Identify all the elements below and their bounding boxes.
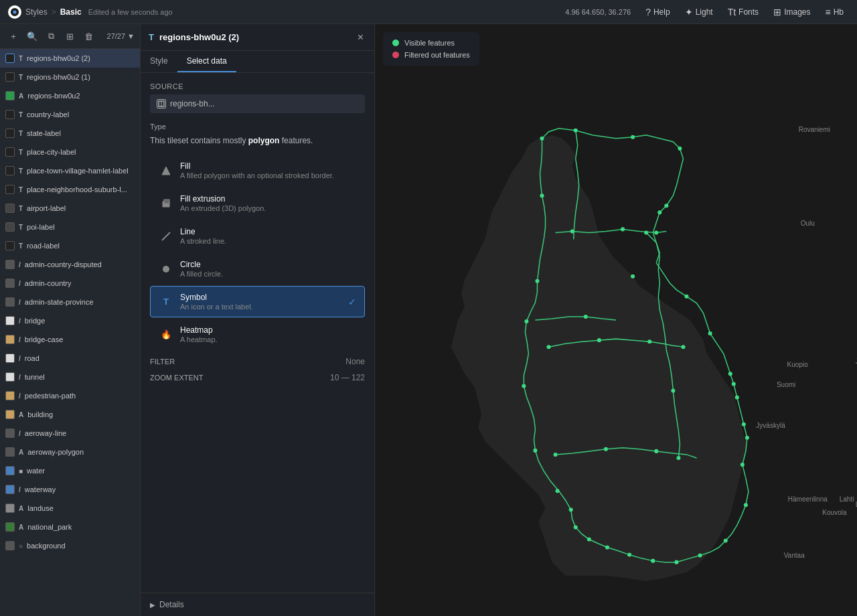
layer-item-landuse[interactable]: A landuse	[0, 499, 140, 518]
layer-name: tunnel	[25, 373, 45, 381]
layer-swatch	[5, 166, 15, 175]
layer-item-regions-bnw0u2[interactable]: A regions-bnw0u2	[0, 86, 140, 105]
layer-name: place-city-label	[27, 148, 76, 156]
search-layer-button[interactable]: 🔍	[24, 28, 40, 44]
layer-swatch	[5, 541, 15, 550]
layer-item-place-city-label[interactable]: T place-city-label	[0, 143, 140, 161]
svg-point-22	[651, 559, 655, 563]
help-button[interactable]: ? Help	[640, 4, 675, 20]
layer-item-pedestrian-path[interactable]: / pedestrian-path	[0, 386, 140, 405]
light-label: Light	[696, 7, 713, 17]
type-option-symbol[interactable]: T Symbol An icon or a text label. ✓	[150, 286, 365, 317]
map-svg: Rovaniemi Oulu Kuopio Suomi Joensuu Jyvä…	[375, 24, 857, 616]
svg-point-44	[584, 315, 588, 319]
tab-select-data[interactable]: Select data	[177, 51, 236, 72]
tab-style[interactable]: Style	[141, 51, 177, 72]
svg-point-19	[724, 538, 728, 542]
layer-item-national_park[interactable]: A national_park	[0, 518, 140, 536]
images-button[interactable]: ⊞ Images	[768, 4, 815, 20]
type-option-circle[interactable]: Circle A filled circle.	[150, 253, 365, 285]
layer-item-tunnel[interactable]: / tunnel	[0, 368, 140, 386]
svg-point-36	[547, 345, 551, 349]
layer-item-background[interactable]: ○ background	[0, 536, 140, 555]
layer-name: state-label	[27, 129, 61, 137]
layer-item-regions-bhw0u2-1[interactable]: T regions-bhw0u2 (1)	[0, 68, 140, 86]
layer-item-waterway[interactable]: / waterway	[0, 480, 140, 499]
details-label: Details	[159, 600, 184, 609]
layer-item-road-label[interactable]: T road-label	[0, 236, 140, 255]
svg-point-42	[654, 449, 658, 453]
group-layer-button[interactable]: ⊞	[62, 28, 78, 44]
layer-swatch	[5, 504, 15, 513]
light-button[interactable]: ✦ Light	[680, 4, 718, 20]
layer-count: 27/27 ▼	[107, 32, 135, 40]
type-option-line[interactable]: Line A stroked line.	[150, 220, 365, 252]
svg-point-21	[674, 560, 678, 564]
layer-item-admin-country-disputed[interactable]: / admin-country-disputed	[0, 255, 140, 274]
map-area[interactable]: Visible features Filtered out features	[375, 24, 857, 616]
type-info-heatmap: Heatmap A heatmap.	[180, 325, 356, 343]
source-box[interactable]: regions-bh...	[150, 94, 365, 113]
close-editor-button[interactable]: ×	[355, 31, 366, 44]
svg-line-7	[162, 232, 170, 240]
layer-type-icon: /	[19, 280, 21, 287]
layer-item-airport-label[interactable]: T airport-label	[0, 199, 140, 218]
layer-name: building	[27, 410, 53, 418]
layer-item-building[interactable]: A building	[0, 405, 140, 424]
help-icon: ?	[645, 7, 651, 17]
layer-item-aeroway-line[interactable]: / aeroway-line	[0, 424, 140, 443]
layer-swatch	[5, 279, 15, 288]
layer-item-bridge-case[interactable]: / bridge-case	[0, 330, 140, 349]
layer-type-icon: T	[19, 205, 23, 212]
layer-item-aeroway-polygon[interactable]: A aeroway-polygon	[0, 443, 140, 461]
editor-header: T regions-bhw0u2 (2) ×	[141, 24, 374, 51]
layer-item-regions-bhw0u2-2[interactable]: T regions-bhw0u2 (2)	[0, 49, 140, 68]
type-polygon-bold: polygon	[248, 136, 280, 145]
map-coordinates: 4.96 64.650, 36.276	[565, 8, 631, 16]
layer-type-icon: /	[19, 261, 21, 268]
type-option-fill-extrusion[interactable]: Fill extrusion An extruded (3D) polygon.	[150, 187, 365, 219]
type-desc-circle: A filled circle.	[180, 270, 356, 278]
layer-item-water[interactable]: ■ water	[0, 461, 140, 480]
type-icon-heatmap: 🔥	[159, 327, 173, 342]
fonts-button[interactable]: Tt Fonts	[722, 4, 764, 20]
layer-type-icon: T	[19, 242, 23, 250]
layer-item-state-label[interactable]: T state-label	[0, 124, 140, 143]
layer-type-icon: T	[19, 55, 23, 62]
layer-item-road[interactable]: / road	[0, 349, 140, 368]
filter-icon[interactable]: ▼	[127, 32, 135, 40]
add-layer-button[interactable]: +	[5, 28, 21, 44]
type-info-fill-extrusion: Fill extrusion An extruded (3D) polygon.	[180, 194, 356, 212]
type-option-fill[interactable]: Fill A filled polygon with an optional s…	[150, 155, 365, 186]
delete-layer-button[interactable]: 🗑	[80, 28, 96, 44]
layer-swatch	[5, 204, 15, 213]
layer-swatch	[5, 410, 15, 419]
topbar: Styles > Basic Edited a few seconds ago …	[0, 0, 857, 24]
svg-point-27	[569, 508, 573, 512]
layer-name: background	[27, 542, 66, 550]
layer-item-country-label[interactable]: T country-label	[0, 105, 140, 124]
type-icon-line	[159, 229, 173, 244]
duplicate-layer-button[interactable]: ⧉	[43, 28, 59, 44]
type-option-heatmap[interactable]: 🔥 Heatmap A heatmap.	[150, 319, 365, 350]
svg-point-26	[574, 525, 578, 529]
layer-item-admin-state-province[interactable]: / admin-state-province	[0, 293, 140, 311]
edit-timestamp: Edited a few seconds ago	[88, 8, 173, 16]
filter-value: None	[345, 357, 365, 366]
layer-item-admin-country[interactable]: / admin-country	[0, 274, 140, 293]
svg-point-28	[556, 489, 560, 493]
layer-item-place-neighborhood-suburb-l[interactable]: T place-neighborhood-suburb-l...	[0, 180, 140, 199]
layer-item-poi-label[interactable]: T poi-label	[0, 218, 140, 236]
layer-name: place-neighborhood-suburb-l...	[27, 185, 127, 194]
breadcrumb-styles[interactable]: Styles	[25, 7, 48, 17]
layer-swatch	[5, 185, 15, 194]
layer-name: bridge-case	[25, 335, 63, 343]
layer-item-place-town-village-hamlet-label[interactable]: T place-town-village-hamlet-label	[0, 161, 140, 180]
app-logo[interactable]	[8, 5, 21, 19]
layer-item-bridge[interactable]: / bridge	[0, 311, 140, 330]
layer-type-icon: T	[19, 149, 23, 156]
visible-label: Visible features	[404, 39, 455, 47]
city-jyvaskyla: Jyväskylä	[756, 422, 785, 429]
hb-button[interactable]: ≡ Hb	[820, 4, 849, 20]
details-section[interactable]: ▶ Details	[141, 593, 374, 616]
